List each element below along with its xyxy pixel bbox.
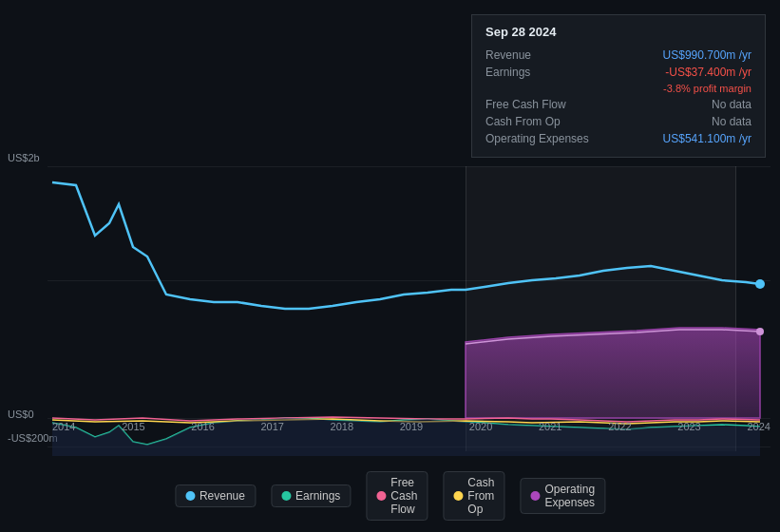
x-label-2021: 2021 — [539, 421, 561, 432]
tooltip-opex-row: Operating Expenses US$541.100m /yr — [485, 130, 751, 147]
tooltip-fcf-row: Free Cash Flow No data — [485, 96, 751, 113]
x-label-2024: 2024 — [747, 421, 770, 432]
legend-earnings[interactable]: Earnings — [271, 484, 351, 507]
tooltip-date: Sep 28 2024 — [485, 25, 751, 39]
legend-revenue[interactable]: Revenue — [175, 484, 256, 507]
legend-fcf-label: Free Cash Flow — [390, 476, 417, 516]
svg-marker-0 — [466, 328, 760, 418]
tooltip-opex-value: US$541.100m /yr — [663, 132, 751, 145]
tooltip-opex-label: Operating Expenses — [485, 132, 599, 145]
tooltip-fcf-value: No data — [712, 98, 751, 111]
x-label-2023: 2023 — [677, 421, 700, 432]
chart-legend: Revenue Earnings Free Cash Flow Cash Fro… — [175, 471, 605, 521]
x-label-2019: 2019 — [400, 421, 423, 432]
x-label-2014: 2014 — [52, 421, 75, 432]
cashfromop-dot — [453, 491, 463, 501]
svg-point-2 — [756, 328, 764, 335]
tooltip-cashfromop-label: Cash From Op — [485, 115, 599, 128]
legend-revenue-label: Revenue — [200, 489, 245, 503]
tooltip-profit-margin-row: -3.8% profit margin — [485, 81, 751, 96]
legend-fcf[interactable]: Free Cash Flow — [366, 471, 428, 521]
tooltip-revenue-label: Revenue — [485, 48, 599, 62]
legend-opex[interactable]: Operating Expenses — [520, 478, 605, 514]
tooltip-profit-margin: -3.8% profit margin — [663, 83, 751, 94]
earnings-dot — [281, 491, 291, 501]
x-label-2020: 2020 — [469, 421, 492, 432]
tooltip-revenue-value: US$990.700m /yr — [663, 48, 751, 62]
x-label-2016: 2016 — [191, 421, 214, 432]
tooltip-earnings-row: Earnings -US$37.400m /yr — [485, 64, 751, 81]
x-label-2018: 2018 — [331, 421, 353, 432]
x-label-2017: 2017 — [260, 421, 283, 432]
tooltip-earnings-label: Earnings — [485, 66, 599, 79]
tooltip-cashfromop-value: No data — [712, 115, 751, 128]
svg-point-1 — [755, 279, 765, 289]
x-label-2022: 2022 — [608, 421, 631, 432]
legend-earnings-label: Earnings — [295, 489, 340, 503]
x-axis-labels: 2014 2015 2016 2017 2018 2019 2020 2021 … — [52, 421, 770, 432]
tooltip-earnings-value: -US$37.400m /yr — [665, 66, 751, 79]
tooltip-revenue-row: Revenue US$990.700m /yr — [485, 47, 751, 64]
fcf-dot — [376, 491, 386, 501]
tooltip-cashfromop-row: Cash From Op No data — [485, 113, 751, 130]
tooltip-fcf-label: Free Cash Flow — [485, 98, 599, 111]
legend-opex-label: Operating Expenses — [544, 483, 595, 509]
legend-cashfromop-label: Cash From Op — [467, 476, 494, 516]
tooltip-panel: Sep 28 2024 Revenue US$990.700m /yr Earn… — [471, 14, 766, 158]
opex-dot — [530, 491, 540, 501]
legend-cashfromop[interactable]: Cash From Op — [443, 471, 504, 521]
x-label-2015: 2015 — [122, 421, 144, 432]
revenue-dot — [185, 491, 195, 501]
